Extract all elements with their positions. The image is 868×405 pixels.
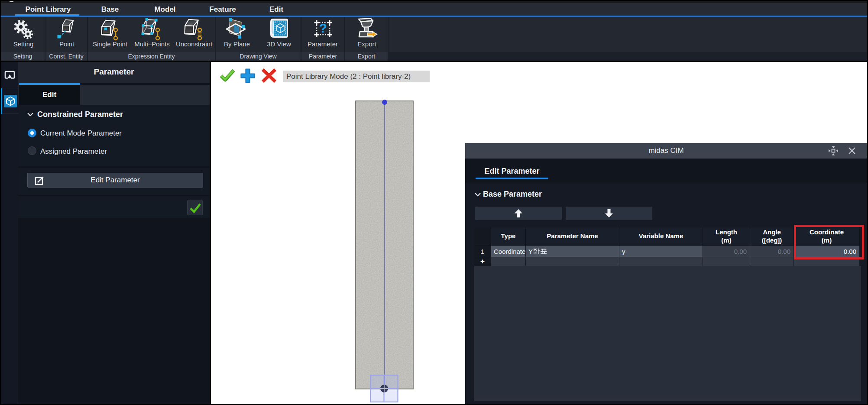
svg-text:?: ? <box>319 21 327 35</box>
